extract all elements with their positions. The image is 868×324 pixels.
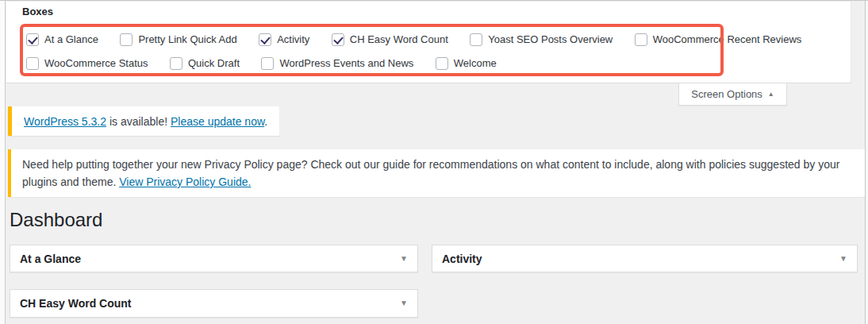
chevron-down-icon[interactable]: ▼ xyxy=(839,255,847,263)
checkbox-label[interactable]: Pretty Link Quick Add xyxy=(138,28,236,52)
left-edge-strip xyxy=(0,1,6,324)
checkbox-label[interactable]: At a Glance xyxy=(44,28,98,52)
checkbox-item-ch-easy-word-count[interactable]: CH Easy Word Count xyxy=(332,28,448,52)
update-now-link[interactable]: Please update now xyxy=(171,115,264,128)
page-title: Dashboard xyxy=(10,208,102,232)
checkbox-icon[interactable] xyxy=(170,57,182,70)
boxes-legend: Boxes xyxy=(22,6,53,17)
checkbox-item-woocommerce-recent-reviews[interactable]: WooCommerce Recent Reviews xyxy=(635,28,802,52)
checkbox-icon[interactable] xyxy=(332,33,344,46)
checkbox-label[interactable]: WooCommerce Status xyxy=(44,52,148,75)
checkbox-item-yoast-seo-posts-overview[interactable]: Yoast SEO Posts Overview xyxy=(470,28,613,52)
checkbox-icon[interactable] xyxy=(436,57,448,70)
checkbox-icon[interactable] xyxy=(26,57,39,70)
checkbox-item-at-a-glance[interactable]: At a Glance xyxy=(26,28,98,52)
update-notice-text: is available! xyxy=(106,115,171,128)
wordpress-version-link[interactable]: WordPress 5.3.2 xyxy=(24,115,106,128)
privacy-policy-guide-link[interactable]: View Privacy Policy Guide. xyxy=(119,176,251,188)
screen-options-tab-label: Screen Options xyxy=(691,88,762,100)
privacy-policy-notice: Need help putting together your new Priv… xyxy=(8,149,865,197)
checkbox-item-quick-draft[interactable]: Quick Draft xyxy=(170,52,240,75)
right-edge-strip xyxy=(865,1,868,324)
checkbox-icon[interactable] xyxy=(261,57,274,70)
widget-title: At a Glance xyxy=(10,253,81,265)
update-notice-period: . xyxy=(264,115,267,128)
checkbox-label[interactable]: WordPress Events and News xyxy=(279,52,413,75)
checkbox-label[interactable]: Activity xyxy=(277,28,309,52)
checkbox-icon[interactable] xyxy=(259,33,271,46)
checkbox-row-1: At a Glance Pretty Link Quick Add Activi… xyxy=(26,28,827,52)
chevron-down-icon[interactable]: ▼ xyxy=(400,255,408,263)
widget-at-a-glance[interactable]: At a Glance ▼ xyxy=(10,245,418,272)
checkbox-item-welcome[interactable]: Welcome xyxy=(436,52,497,75)
checkbox-icon[interactable] xyxy=(470,33,482,46)
checkbox-label[interactable]: Welcome xyxy=(454,52,497,75)
checkbox-icon[interactable] xyxy=(120,33,133,46)
chevron-up-icon: ▲ xyxy=(768,91,774,98)
screen-options-tab[interactable]: Screen Options ▲ xyxy=(678,83,787,106)
checkbox-label[interactable]: Quick Draft xyxy=(188,52,240,75)
checkbox-item-wordpress-events-and-news[interactable]: WordPress Events and News xyxy=(261,52,413,75)
chevron-down-icon[interactable]: ▼ xyxy=(400,299,408,307)
checkbox-icon[interactable] xyxy=(635,33,647,46)
widget-activity[interactable]: Activity ▼ xyxy=(432,245,858,272)
checkbox-icon[interactable] xyxy=(26,33,39,46)
wordpress-dashboard-screen: Boxes At a Glance Pretty Link Quick Add … xyxy=(0,0,868,324)
checkbox-label[interactable]: CH Easy Word Count xyxy=(350,28,448,52)
checkbox-label[interactable]: Yoast SEO Posts Overview xyxy=(488,28,613,52)
checkbox-item-activity[interactable]: Activity xyxy=(259,28,309,52)
boxes-checkbox-group: At a Glance Pretty Link Quick Add Activi… xyxy=(26,28,827,75)
screen-options-panel: Boxes At a Glance Pretty Link Quick Add … xyxy=(6,2,851,83)
checkbox-label[interactable]: WooCommerce Recent Reviews xyxy=(653,28,802,52)
update-notice: WordPress 5.3.2 is available! Please upd… xyxy=(8,106,279,136)
checkbox-item-pretty-link-quick-add[interactable]: Pretty Link Quick Add xyxy=(120,28,236,52)
widget-title: Activity xyxy=(432,253,482,265)
checkbox-item-woocommerce-status[interactable]: WooCommerce Status xyxy=(26,52,148,75)
checkbox-row-2: WooCommerce Status Quick Draft WordPress… xyxy=(26,52,827,75)
widget-ch-easy-word-count[interactable]: CH Easy Word Count ▼ xyxy=(10,289,418,318)
widget-title: CH Easy Word Count xyxy=(10,297,132,310)
